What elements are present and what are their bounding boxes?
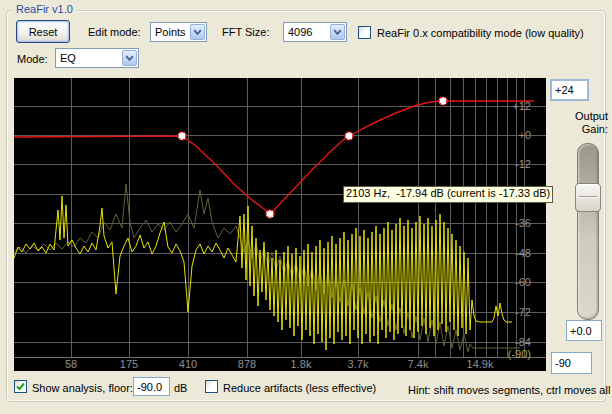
svg-text:-12: -12 bbox=[515, 158, 531, 170]
eq-point-tooltip: 2103 Hz, -17.94 dB (current is -17.33 dB… bbox=[343, 186, 553, 203]
svg-text:-84: -84 bbox=[515, 336, 531, 348]
edit-mode-select[interactable]: Points bbox=[150, 22, 207, 42]
check-icon bbox=[16, 382, 25, 391]
analysis-graph[interactable]: +12+0-12-24-36-48-60-72-84(-90)581754108… bbox=[14, 78, 546, 371]
svg-text:(-90): (-90) bbox=[508, 348, 531, 360]
gain-value-field[interactable] bbox=[566, 320, 602, 341]
chevron-down-icon[interactable] bbox=[122, 50, 137, 66]
show-analysis-label: Show analysis, floor: bbox=[32, 382, 133, 394]
plugin-title: ReaFir v1.0 bbox=[13, 3, 76, 15]
svg-text:-60: -60 bbox=[515, 276, 531, 288]
reduce-artifacts-checkbox[interactable] bbox=[205, 380, 218, 393]
svg-text:58: 58 bbox=[65, 358, 77, 370]
chevron-down-icon[interactable] bbox=[330, 24, 345, 40]
fft-size-label: FFT Size: bbox=[222, 26, 269, 38]
analysis-floor-field[interactable] bbox=[133, 377, 170, 396]
show-analysis-checkbox[interactable] bbox=[14, 380, 27, 393]
compat-checkbox[interactable] bbox=[358, 26, 371, 39]
edit-mode-label: Edit mode: bbox=[88, 26, 141, 38]
output-gain-slider-thumb[interactable] bbox=[575, 183, 601, 212]
mode-value: EQ bbox=[56, 52, 121, 64]
svg-text:3.7k: 3.7k bbox=[348, 358, 369, 370]
svg-text:410: 410 bbox=[179, 358, 197, 370]
svg-text:-48: -48 bbox=[515, 247, 531, 259]
svg-text:+0: +0 bbox=[518, 129, 531, 141]
gain-max-field[interactable] bbox=[550, 79, 589, 101]
eq-graph-area[interactable]: +12+0-12-24-36-48-60-72-84(-90)581754108… bbox=[14, 78, 546, 371]
output-gain-slider-track[interactable] bbox=[577, 143, 599, 320]
svg-text:14.9k: 14.9k bbox=[467, 358, 494, 370]
svg-text:878: 878 bbox=[238, 358, 256, 370]
mode-label: Mode: bbox=[17, 53, 48, 65]
compat-label: ReaFir 0.x compatibility mode (low quali… bbox=[377, 27, 584, 39]
edit-mode-value: Points bbox=[151, 26, 189, 38]
reduce-artifacts-label: Reduce artifacts (less effective) bbox=[223, 382, 376, 394]
mode-select[interactable]: EQ bbox=[55, 48, 139, 68]
chevron-down-icon[interactable] bbox=[190, 24, 205, 40]
svg-text:7.4k: 7.4k bbox=[408, 358, 429, 370]
fft-size-value: 4096 bbox=[284, 26, 329, 38]
floor-min-field[interactable] bbox=[551, 352, 592, 374]
hint-text: Hint: shift moves segments, ctrl moves a… bbox=[408, 384, 610, 396]
reafir-window: { "groupbox": { "title": "ReaFir v1.0" }… bbox=[0, 0, 612, 414]
reset-button[interactable]: Reset bbox=[16, 20, 70, 43]
svg-text:1.8k: 1.8k bbox=[291, 358, 312, 370]
svg-text:-36: -36 bbox=[515, 217, 531, 229]
fft-size-select[interactable]: 4096 bbox=[283, 22, 347, 42]
svg-text:+12: +12 bbox=[512, 100, 531, 112]
svg-text:-72: -72 bbox=[515, 306, 531, 318]
db-unit-label: dB bbox=[174, 382, 187, 394]
output-gain-label: OutputGain: bbox=[556, 110, 608, 136]
svg-text:175: 175 bbox=[120, 358, 138, 370]
